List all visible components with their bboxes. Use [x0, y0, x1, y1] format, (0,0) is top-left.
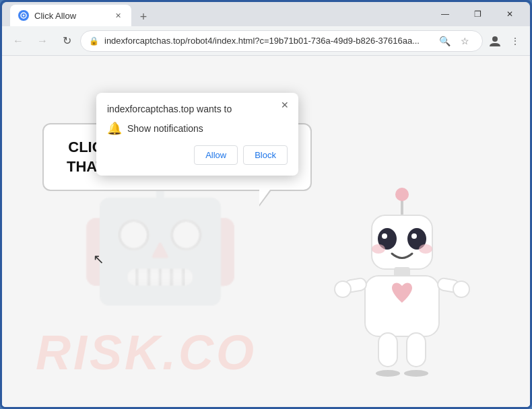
browser-window: Click Allow ✕ + — ❐ ✕ ← → ↻ 🔒 indexforca…	[2, 2, 530, 407]
svg-rect-19	[407, 333, 426, 367]
allow-button[interactable]: Allow	[194, 145, 238, 165]
bell-icon: 🔔	[107, 121, 122, 136]
svg-point-9	[411, 233, 417, 239]
dialog-notification-row: 🔔 Show notifications	[107, 121, 288, 136]
new-tab-button[interactable]: +	[134, 7, 153, 26]
forward-button[interactable]: →	[32, 30, 53, 52]
window-controls: — ❐ ✕	[430, 4, 525, 24]
titlebar-left: Click Allow ✕ +	[7, 2, 430, 26]
menu-icon[interactable]: ⋮	[506, 32, 525, 50]
page-background: 🤖 RISK.CO CLICK «ALLOW» TO CONFIRM THAT …	[2, 56, 530, 407]
svg-point-17	[453, 281, 469, 297]
active-tab[interactable]: Click Allow ✕	[10, 5, 131, 26]
tab-area: Click Allow ✕ +	[10, 2, 153, 26]
refresh-button[interactable]: ↻	[56, 30, 77, 52]
content-area: 🤖 RISK.CO CLICK «ALLOW» TO CONFIRM THAT …	[2, 56, 530, 407]
svg-point-20	[376, 370, 400, 377]
address-actions: 🔍 ☆	[435, 32, 474, 50]
back-button[interactable]: ←	[7, 30, 29, 52]
watermark-text: RISK.CO	[36, 325, 257, 380]
lock-icon: 🔒	[89, 36, 99, 46]
svg-point-10	[372, 244, 385, 254]
bookmark-icon[interactable]: ☆	[455, 32, 474, 50]
profile-icon[interactable]	[486, 32, 504, 50]
titlebar: Click Allow ✕ + — ❐ ✕	[2, 2, 530, 26]
permission-dialog: ✕ indexforcaptchas.top wants to 🔔 Show n…	[96, 93, 298, 176]
svg-point-1	[23, 15, 25, 17]
svg-point-8	[382, 233, 387, 239]
restore-button[interactable]: ❐	[463, 4, 492, 24]
address-bar[interactable]: 🔒 indexforcaptchas.top/robot4/index.html…	[80, 30, 483, 52]
dialog-title: indexforcaptchas.top wants to	[107, 104, 288, 114]
svg-point-2	[492, 36, 498, 42]
search-icon[interactable]: 🔍	[435, 32, 454, 50]
svg-point-4	[395, 188, 409, 201]
tab-label: Click Allow	[34, 11, 107, 21]
close-button[interactable]: ✕	[495, 4, 525, 24]
svg-point-11	[419, 244, 432, 254]
block-button[interactable]: Block	[243, 145, 288, 165]
dialog-close-button[interactable]: ✕	[278, 98, 292, 112]
tab-close-button[interactable]: ✕	[112, 10, 123, 21]
tab-favicon	[18, 10, 29, 21]
svg-point-15	[335, 281, 351, 297]
svg-rect-13	[365, 276, 439, 336]
svg-point-21	[404, 370, 428, 377]
navbar: ← → ↻ 🔒 indexforcaptchas.top/robot4/inde…	[2, 26, 530, 56]
svg-rect-18	[378, 333, 397, 367]
minimize-button[interactable]: —	[430, 4, 460, 24]
dialog-buttons: Allow Block	[107, 145, 288, 165]
robot-character	[328, 178, 476, 394]
address-text: indexforcaptchas.top/robot4/index.html?c…	[104, 36, 430, 46]
toolbar-icons: ⋮	[486, 32, 525, 50]
notification-label: Show notifications	[127, 123, 203, 134]
